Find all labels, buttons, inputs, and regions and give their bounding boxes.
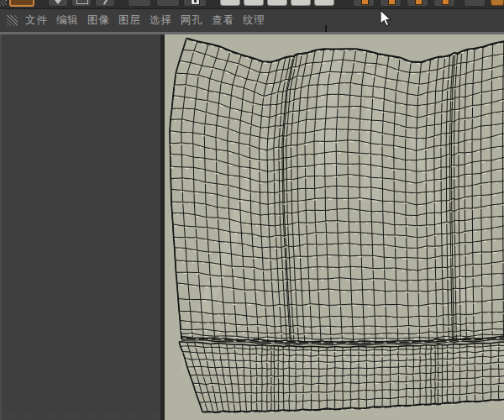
palette-grip-icon[interactable] xyxy=(7,15,18,26)
top-toolbar-clipped xyxy=(0,0,504,9)
uv-mode-button-1[interactable] xyxy=(353,0,375,7)
menu-item-image[interactable]: 图像 xyxy=(83,9,114,32)
menu-item-edit[interactable]: 编辑 xyxy=(52,9,83,32)
menu-item-file[interactable]: 文件 xyxy=(21,9,52,32)
toolbar-button-2[interactable] xyxy=(156,0,180,7)
selection-tool-button-1[interactable] xyxy=(220,0,240,6)
active-tool-button[interactable] xyxy=(9,0,34,7)
selection-tool-button-4[interactable] xyxy=(291,0,311,6)
frame-glyph-icon xyxy=(76,0,88,4)
selection-tool-button-3[interactable] xyxy=(267,0,287,6)
selection-tool-button-2[interactable] xyxy=(244,0,264,6)
uv-mode-button-2[interactable] xyxy=(380,0,402,7)
orange-dot-icon xyxy=(415,0,423,5)
selection-tool-button-5[interactable] xyxy=(314,0,334,6)
toolbar-button-1[interactable] xyxy=(128,0,151,7)
toolbar-button-arrow[interactable] xyxy=(48,0,68,7)
uv-texture-canvas[interactable] xyxy=(165,34,504,420)
uv-mesh-svg xyxy=(165,34,504,420)
pen-glyph-icon xyxy=(103,0,108,5)
orange-dot-icon xyxy=(442,0,449,5)
toolbar-button-box[interactable] xyxy=(183,0,207,7)
toolbar-button-clipped[interactable] xyxy=(491,0,504,6)
menu-item-view[interactable]: 查看 xyxy=(207,9,239,32)
window-grip-icon[interactable] xyxy=(0,0,7,6)
panel-bottom-ticks xyxy=(4,414,157,418)
texture-view-menubar: 文件 编辑 图像 图层 选择 网孔 查看 纹理 xyxy=(0,9,504,32)
menu-item-mesh[interactable]: 网孔 xyxy=(176,9,207,32)
small-mark xyxy=(325,25,327,32)
uv-mode-button-4[interactable] xyxy=(433,0,455,7)
menu-item-layer[interactable]: 图层 xyxy=(114,9,145,32)
toolbar-button-pen[interactable] xyxy=(95,0,115,7)
left-dark-panel xyxy=(0,34,160,420)
box-glyph-icon xyxy=(191,0,200,5)
uv-mode-button-3[interactable] xyxy=(407,0,428,7)
menu-item-select[interactable]: 选择 xyxy=(145,9,176,32)
menu-item-texture[interactable]: 纹理 xyxy=(239,9,270,32)
toolbar-button-frame[interactable] xyxy=(71,0,92,7)
orange-dot-icon xyxy=(388,0,396,5)
toolbar-button-3[interactable] xyxy=(464,0,486,7)
uv-mesh xyxy=(170,39,504,414)
arrow-down-glyph-icon xyxy=(55,0,61,4)
orange-dot-icon xyxy=(361,0,369,5)
bodypaint-window: 文件 编辑 图像 图层 选择 网孔 查看 纹理 xyxy=(0,0,504,420)
